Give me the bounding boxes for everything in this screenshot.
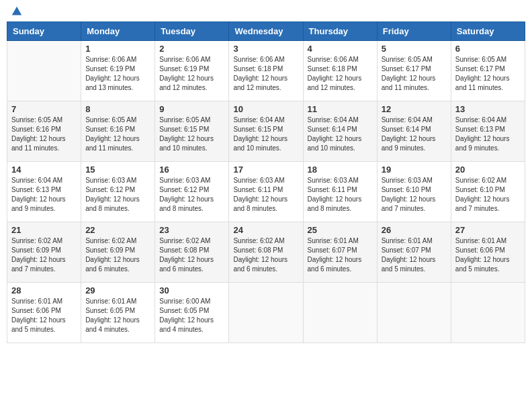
day-info: Sunrise: 6:04 AMSunset: 6:14 PMDaylight:…: [382, 116, 447, 153]
sunrise-text: Sunrise: 6:02 AM: [159, 236, 224, 246]
calendar-cell: 29Sunrise: 6:01 AMSunset: 6:05 PMDayligh…: [81, 283, 155, 343]
weekday-header-friday: Friday: [377, 22, 451, 41]
day-number: 7: [11, 104, 77, 114]
logo: [9, 7, 23, 17]
calendar-cell: 5Sunrise: 6:05 AMSunset: 6:17 PMDaylight…: [377, 41, 451, 101]
day-info: Sunrise: 6:03 AMSunset: 6:10 PMDaylight:…: [382, 176, 447, 214]
day-info: Sunrise: 6:02 AMSunset: 6:09 PMDaylight:…: [85, 236, 150, 274]
sunrise-text: Sunrise: 6:02 AM: [233, 236, 298, 246]
calendar-cell: 6Sunrise: 6:05 AMSunset: 6:17 PMDaylight…: [451, 41, 525, 101]
day-info: Sunrise: 6:04 AMSunset: 6:13 PMDaylight:…: [11, 176, 77, 214]
day-number: 12: [382, 104, 447, 114]
calendar-cell: 27Sunrise: 6:01 AMSunset: 6:06 PMDayligh…: [451, 222, 525, 283]
day-info: Sunrise: 6:00 AMSunset: 6:05 PMDaylight:…: [159, 297, 224, 334]
day-info: Sunrise: 6:04 AMSunset: 6:13 PMDaylight:…: [455, 116, 521, 153]
sunset-text: Sunset: 6:15 PM: [159, 125, 224, 134]
daylight-text: Daylight: 12 hours and 8 minutes.: [233, 195, 298, 214]
calendar-week-row: 14Sunrise: 6:04 AMSunset: 6:13 PMDayligh…: [7, 162, 525, 222]
daylight-text: Daylight: 12 hours and 5 minutes.: [455, 255, 521, 274]
day-info: Sunrise: 6:05 AMSunset: 6:16 PMDaylight:…: [85, 116, 150, 153]
sunrise-text: Sunrise: 6:05 AM: [11, 116, 77, 125]
daylight-text: Daylight: 12 hours and 6 minutes.: [159, 255, 224, 274]
calendar-cell: [229, 283, 303, 343]
sunset-text: Sunset: 6:11 PM: [233, 185, 298, 195]
weekday-header-sunday: Sunday: [7, 22, 81, 41]
sunset-text: Sunset: 6:07 PM: [308, 246, 373, 255]
day-info: Sunrise: 6:02 AMSunset: 6:09 PMDaylight:…: [11, 236, 77, 274]
calendar-cell: 12Sunrise: 6:04 AMSunset: 6:14 PMDayligh…: [377, 101, 451, 162]
day-info: Sunrise: 6:05 AMSunset: 6:17 PMDaylight:…: [382, 55, 447, 93]
day-number: 14: [11, 165, 77, 175]
daylight-text: Daylight: 12 hours and 9 minutes.: [382, 134, 447, 153]
calendar-cell: 20Sunrise: 6:02 AMSunset: 6:10 PMDayligh…: [451, 162, 525, 222]
weekday-header-thursday: Thursday: [303, 22, 377, 41]
day-info: Sunrise: 6:06 AMSunset: 6:19 PMDaylight:…: [85, 55, 150, 93]
calendar-cell: 2Sunrise: 6:06 AMSunset: 6:19 PMDaylight…: [155, 41, 229, 101]
calendar-cell: 8Sunrise: 6:05 AMSunset: 6:16 PMDaylight…: [81, 101, 155, 162]
daylight-text: Daylight: 12 hours and 8 minutes.: [85, 195, 150, 214]
sunset-text: Sunset: 6:18 PM: [308, 64, 373, 74]
sunset-text: Sunset: 6:18 PM: [233, 64, 298, 74]
day-info: Sunrise: 6:01 AMSunset: 6:07 PMDaylight:…: [308, 236, 373, 274]
sunrise-text: Sunrise: 6:05 AM: [455, 55, 521, 64]
weekday-header-saturday: Saturday: [451, 22, 525, 41]
day-number: 10: [233, 104, 298, 114]
day-info: Sunrise: 6:03 AMSunset: 6:11 PMDaylight:…: [308, 176, 373, 214]
sunset-text: Sunset: 6:14 PM: [308, 125, 373, 134]
sunset-text: Sunset: 6:13 PM: [455, 125, 521, 134]
sunset-text: Sunset: 6:06 PM: [455, 246, 521, 255]
day-number: 28: [11, 285, 77, 295]
day-number: 26: [382, 225, 447, 235]
sunset-text: Sunset: 6:16 PM: [11, 125, 77, 134]
daylight-text: Daylight: 12 hours and 10 minutes.: [233, 134, 298, 153]
sunset-text: Sunset: 6:10 PM: [382, 185, 447, 195]
daylight-text: Daylight: 12 hours and 7 minutes.: [382, 195, 447, 214]
day-info: Sunrise: 6:05 AMSunset: 6:15 PMDaylight:…: [159, 116, 224, 153]
day-number: 24: [233, 225, 298, 235]
day-info: Sunrise: 6:01 AMSunset: 6:07 PMDaylight:…: [382, 236, 447, 274]
daylight-text: Daylight: 12 hours and 8 minutes.: [308, 195, 373, 214]
daylight-text: Daylight: 12 hours and 6 minutes.: [85, 255, 150, 274]
sunset-text: Sunset: 6:06 PM: [11, 306, 77, 316]
sunrise-text: Sunrise: 6:05 AM: [382, 55, 447, 64]
calendar-cell: 3Sunrise: 6:06 AMSunset: 6:18 PMDaylight…: [229, 41, 303, 101]
sunset-text: Sunset: 6:14 PM: [382, 125, 447, 134]
day-number: 22: [85, 225, 150, 235]
day-number: 25: [308, 225, 373, 235]
sunset-text: Sunset: 6:11 PM: [308, 185, 373, 195]
calendar-cell: 7Sunrise: 6:05 AMSunset: 6:16 PMDaylight…: [7, 101, 81, 162]
weekday-header-monday: Monday: [81, 22, 155, 41]
day-number: 3: [233, 44, 298, 54]
day-info: Sunrise: 6:03 AMSunset: 6:11 PMDaylight:…: [233, 176, 298, 214]
sunrise-text: Sunrise: 6:03 AM: [85, 176, 150, 185]
day-info: Sunrise: 6:06 AMSunset: 6:18 PMDaylight:…: [308, 55, 373, 93]
calendar-cell: 9Sunrise: 6:05 AMSunset: 6:15 PMDaylight…: [155, 101, 229, 162]
day-info: Sunrise: 6:01 AMSunset: 6:06 PMDaylight:…: [455, 236, 521, 274]
sunrise-text: Sunrise: 6:04 AM: [455, 116, 521, 125]
day-number: 27: [455, 225, 521, 235]
daylight-text: Daylight: 12 hours and 6 minutes.: [308, 255, 373, 274]
day-number: 6: [455, 44, 521, 54]
sunset-text: Sunset: 6:12 PM: [159, 185, 224, 195]
daylight-text: Daylight: 12 hours and 9 minutes.: [455, 134, 521, 153]
day-number: 18: [308, 165, 373, 175]
day-number: 13: [455, 104, 521, 114]
svg-marker-0: [12, 7, 21, 15]
daylight-text: Daylight: 12 hours and 7 minutes.: [11, 255, 77, 274]
daylight-text: Daylight: 12 hours and 5 minutes.: [11, 316, 77, 334]
daylight-text: Daylight: 12 hours and 11 minutes.: [85, 134, 150, 153]
daylight-text: Daylight: 12 hours and 9 minutes.: [11, 195, 77, 214]
calendar-cell: [7, 41, 81, 101]
calendar-week-row: 1Sunrise: 6:06 AMSunset: 6:19 PMDaylight…: [7, 41, 525, 101]
day-number: 9: [159, 104, 224, 114]
calendar-week-row: 28Sunrise: 6:01 AMSunset: 6:06 PMDayligh…: [7, 283, 525, 343]
day-number: 4: [308, 44, 373, 54]
calendar-cell: [377, 283, 451, 343]
sunset-text: Sunset: 6:13 PM: [11, 185, 77, 195]
calendar-cell: 16Sunrise: 6:03 AMSunset: 6:12 PMDayligh…: [155, 162, 229, 222]
calendar-cell: [451, 283, 525, 343]
calendar-cell: 17Sunrise: 6:03 AMSunset: 6:11 PMDayligh…: [229, 162, 303, 222]
day-number: 1: [85, 44, 150, 54]
calendar-cell: 24Sunrise: 6:02 AMSunset: 6:08 PMDayligh…: [229, 222, 303, 283]
day-info: Sunrise: 6:06 AMSunset: 6:19 PMDaylight:…: [159, 55, 224, 93]
